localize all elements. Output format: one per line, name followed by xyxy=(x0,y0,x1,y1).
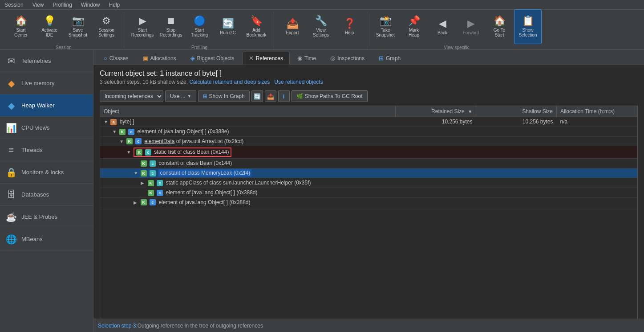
use-button[interactable]: Use ... xyxy=(165,90,196,102)
stop-recordings-button[interactable]: ⏹ StopRecordings xyxy=(157,9,185,44)
back-icon: ◀ xyxy=(439,19,446,29)
tree-arrow[interactable] xyxy=(112,129,117,134)
tab-time[interactable]: ◉ Time xyxy=(291,52,323,65)
start-tracking-label: StartTracking xyxy=(191,28,208,37)
gc-icon: 🔄 xyxy=(222,19,234,29)
table-row[interactable]: K c element of java.lang.Object[ ] (0x38… xyxy=(100,127,637,136)
row-text: byte[ ] xyxy=(120,119,134,125)
start-center-button[interactable]: 🏠 StartCenter xyxy=(7,9,35,44)
tab-classes[interactable]: ○ Classes xyxy=(97,52,135,65)
session-group-label: Session xyxy=(7,44,120,50)
object-subtitle: 3 selection steps, 10 kB shallow size, C… xyxy=(100,79,638,85)
col-retained-size[interactable]: Retained Size ▼ xyxy=(396,106,476,117)
toolbar-section-export: 📤 Export 🔧 ViewSettings ❓ Help xyxy=(279,9,363,50)
start-recordings-button[interactable]: ▶ StartRecordings xyxy=(129,9,156,44)
table-row[interactable]: K c element of java.lang.Object[ ] (0x38… xyxy=(100,188,637,197)
calculate-sizes-link[interactable]: Calculate retained and deep sizes xyxy=(189,79,270,85)
tree-arrow[interactable] xyxy=(134,200,139,205)
tab-references[interactable]: ✕ References xyxy=(242,52,290,65)
export-label: Export xyxy=(286,30,299,35)
save-snapshot-button[interactable]: 📷 SaveSnapshot xyxy=(64,9,92,44)
table-row[interactable]: K c constant of class MemoryLeak (0x2f4) xyxy=(100,168,637,178)
help-button[interactable]: ❓ Help xyxy=(336,9,363,44)
row-retained: 10,256 bytes xyxy=(396,117,476,127)
row-time xyxy=(557,159,637,168)
start-tracking-button[interactable]: 🔵 StartTracking xyxy=(186,9,213,44)
sidebar-item-live-memory[interactable]: ◆ Live memory xyxy=(0,72,93,94)
info-button[interactable]: i xyxy=(278,90,290,102)
menu-help[interactable]: Help xyxy=(107,1,122,9)
view-settings-button[interactable]: 🔧 ViewSettings xyxy=(307,9,335,44)
telemetries-icon: ✉ xyxy=(5,56,17,66)
menu-view[interactable]: View xyxy=(31,1,46,9)
menu-profiling[interactable]: Profiling xyxy=(51,1,74,9)
status-link[interactable]: Selection step 3: xyxy=(98,323,138,329)
tree-arrow[interactable] xyxy=(119,139,125,144)
databases-icon: 🗄 xyxy=(5,189,17,200)
show-paths-button[interactable]: 🌿 Show Paths To GC Root xyxy=(292,90,368,102)
sidebar-item-cpu-views[interactable]: 📊 CPU views xyxy=(0,117,93,139)
forward-label: Forward xyxy=(463,30,479,35)
forward-icon: ▶ xyxy=(467,19,475,29)
session-settings-button[interactable]: ⚙ SessionSettings xyxy=(93,9,120,44)
tab-allocations[interactable]: ▣ Allocations xyxy=(136,52,183,65)
add-bookmark-button[interactable]: 🔖 AddBookmark xyxy=(243,9,270,44)
sidebar-item-jee-probes[interactable]: ☕ JEE & Probes xyxy=(0,206,93,228)
obj-icon-green: K xyxy=(136,149,142,156)
use-retained-link[interactable]: Use retained objects xyxy=(274,79,323,85)
table-row[interactable]: K c element of java.lang.Object[ ] (0x38… xyxy=(100,197,637,207)
col-shallow-size[interactable]: Shallow Size xyxy=(476,106,557,117)
sidebar-item-monitors-locks[interactable]: 🔒 Monitors & locks xyxy=(0,161,93,184)
table-row[interactable]: K c constant of class Bean (0x144) xyxy=(100,159,637,168)
col-alloc-time[interactable]: Allocation Time (h:m:s) xyxy=(557,106,637,117)
show-selection-button[interactable]: 📋 ShowSelection xyxy=(514,9,542,44)
tree-arrow[interactable] xyxy=(104,119,109,124)
references-dropdown[interactable]: Incoming references xyxy=(100,90,163,102)
table-row[interactable]: K c static list of class Bean (0x144) xyxy=(100,146,637,159)
export-table-icon: 📤 xyxy=(267,93,274,100)
export-button[interactable]: 📤 Export xyxy=(279,9,306,44)
export-table-button[interactable]: 📤 xyxy=(265,90,276,102)
sidebar-item-heap-walker[interactable]: ◆ Heap Walker xyxy=(0,94,93,117)
table-row[interactable]: K c static appClass of class sun.launche… xyxy=(100,178,637,188)
take-snapshot-button[interactable]: 📸 TakeSnapshot xyxy=(372,9,399,44)
refresh-button[interactable]: 🔄 xyxy=(251,90,263,102)
go-to-start-button[interactable]: 🏠 Go ToStart xyxy=(486,9,513,44)
obj-icon-blue: c xyxy=(135,138,142,144)
back-button[interactable]: ◀ Back xyxy=(429,9,456,44)
sidebar-item-databases[interactable]: 🗄 Databases xyxy=(0,184,93,206)
tree-arrow[interactable] xyxy=(141,180,146,185)
tree-arrow[interactable] xyxy=(126,150,132,155)
toolbar-section-profiling: ▶ StartRecordings ⏹ StopRecordings 🔵 Sta… xyxy=(129,9,270,50)
row-time xyxy=(557,127,637,136)
menu-session[interactable]: Session xyxy=(3,1,25,9)
mark-heap-button[interactable]: 📌 MarkHeap xyxy=(400,9,428,44)
obj-icon-green: K xyxy=(119,129,126,135)
show-in-graph-button[interactable]: ⊞ Show In Graph xyxy=(198,90,250,102)
table-header-row: Object Retained Size ▼ Shallow Size Allo… xyxy=(100,106,637,117)
object-table-container[interactable]: Object Retained Size ▼ Shallow Size Allo… xyxy=(100,106,638,332)
forward-button[interactable]: ▶ Forward xyxy=(457,9,485,44)
graph-tab-icon: ⊞ xyxy=(379,55,384,61)
table-row[interactable]: K c elementData of java.util.ArrayList (… xyxy=(100,136,637,146)
sidebar-item-threads[interactable]: ≡ Threads xyxy=(0,139,93,161)
use-button-label: Use ... xyxy=(170,93,186,99)
sidebar-item-telemetries[interactable]: ✉ Telemetries xyxy=(0,50,93,72)
camera-icon: 📸 xyxy=(380,16,392,26)
sidebar-item-mbeans[interactable]: 🌐 MBeans xyxy=(0,228,93,250)
table-row[interactable]: a byte[ ] 10,256 bytes 10,256 bytes n/a xyxy=(100,117,637,127)
menu-window[interactable]: Window xyxy=(79,1,102,9)
col-object[interactable]: Object xyxy=(100,106,396,117)
tree-arrow[interactable] xyxy=(134,171,139,176)
sidebar-databases-label: Databases xyxy=(21,191,49,198)
run-gc-button[interactable]: 🔄 Run GC xyxy=(214,9,242,44)
tab-biggest-objects[interactable]: ◈ Biggest Objects xyxy=(184,52,241,65)
content-area: Current object set: 1 instance of byte[ … xyxy=(93,65,644,332)
activate-ide-button[interactable]: 💡 ActivateIDE xyxy=(36,9,63,44)
row-retained xyxy=(396,178,476,188)
row-time xyxy=(557,178,637,188)
tab-graph[interactable]: ⊞ Graph xyxy=(372,52,407,65)
row-time: n/a xyxy=(557,117,637,127)
tab-inspections[interactable]: ◎ Inspections xyxy=(324,52,371,65)
row-shallow xyxy=(476,168,557,178)
